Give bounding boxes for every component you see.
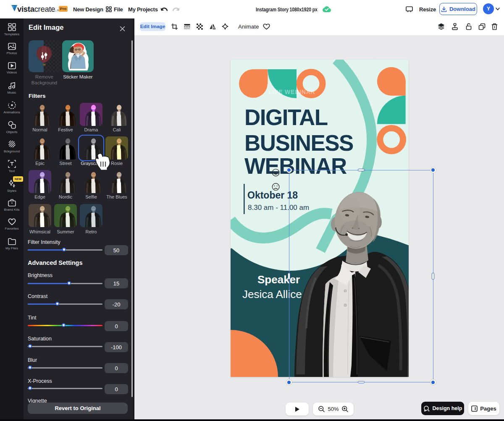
svg-text:WEBINAR: WEBINAR: [244, 154, 347, 178]
svg-text:Oktober 18: Oktober 18: [247, 190, 298, 201]
svg-text:DIGITAL: DIGITAL: [244, 105, 328, 130]
svg-text:LIVE WEBINAR: LIVE WEBINAR: [268, 89, 315, 95]
svg-text:Speaker: Speaker: [257, 273, 300, 286]
svg-text:Jesica Allice: Jesica Allice: [242, 288, 302, 301]
svg-text:BUSINESS: BUSINESS: [244, 131, 353, 155]
svg-text:8.30 am - 11.00 am: 8.30 am - 11.00 am: [248, 204, 309, 212]
